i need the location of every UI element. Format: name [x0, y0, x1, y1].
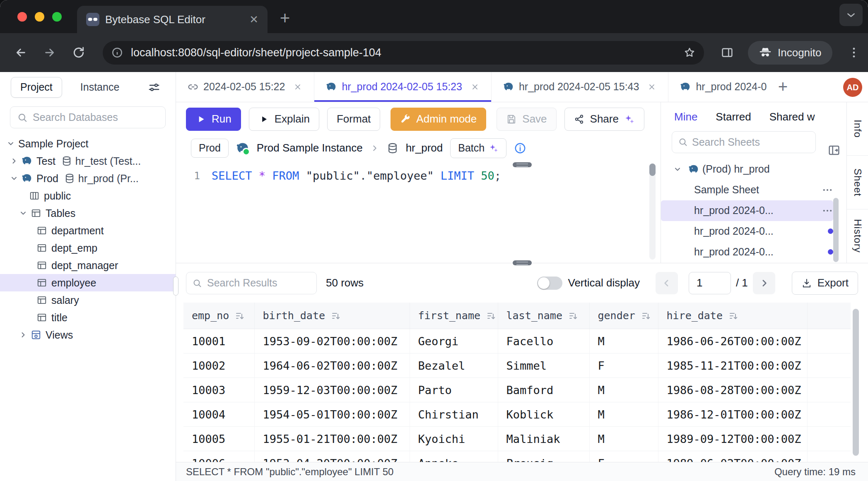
table-cell[interactable]: Simmel	[498, 354, 589, 378]
instance-name[interactable]: Prod Sample Instance	[257, 142, 363, 154]
chevron-down-icon[interactable]	[10, 174, 18, 183]
chevron-right-icon[interactable]	[10, 157, 18, 165]
table-cell[interactable]: 1955-01-21T00:00:00Z	[254, 427, 410, 451]
editor-tab[interactable]: hr_prod 2024-0	[668, 72, 770, 102]
table-cell[interactable]: 1954-05-01T00:00:00Z	[254, 402, 410, 427]
sidebar-resize-handle[interactable]	[173, 277, 178, 296]
new-tab-button[interactable]: +	[275, 9, 295, 27]
table-cell[interactable]: 10002	[183, 354, 254, 378]
table-cell[interactable]: F	[589, 451, 658, 462]
table-cell[interactable]: 1953-09-02T00:00:00Z	[254, 329, 410, 354]
browser-tab[interactable]: Bytebase SQL Editor ✕	[77, 6, 268, 33]
batch-button[interactable]: Batch	[450, 138, 506, 158]
column-header-last_name[interactable]: last_name	[498, 303, 589, 329]
table-cell[interactable]: Anneke	[410, 451, 498, 462]
browser-menu-button[interactable]	[843, 42, 865, 63]
editor-tab[interactable]: hr_prod 2024-02-05 15:23	[314, 72, 492, 102]
table-cell[interactable]: M	[589, 378, 658, 402]
database-search-input[interactable]	[33, 111, 159, 123]
table-cell[interactable]: 10003	[183, 378, 254, 402]
table-cell[interactable]: 1964-06-02T00:00:00Z	[254, 354, 410, 378]
table-cell[interactable]: Parto	[410, 378, 498, 402]
minimize-window-button[interactable]	[35, 12, 44, 22]
table-cell[interactable]: 10005	[183, 427, 254, 451]
table-cell[interactable]: 1985-11-21T00:00:00Z	[658, 354, 807, 378]
editor-resize-handle[interactable]	[513, 162, 532, 167]
sheet-item-menu-icon[interactable]	[822, 205, 833, 216]
address-bar[interactable]: localhost:8080/sql-editor/sheet/project-…	[103, 41, 704, 65]
side-panel-button[interactable]	[716, 42, 738, 63]
sheet-item-menu-icon[interactable]	[822, 184, 833, 196]
table-cell[interactable]: Georgi	[410, 329, 498, 354]
table-cell[interactable]: Bamford	[498, 378, 589, 402]
table-cell[interactable]: M	[589, 329, 658, 354]
tree-settings-button[interactable]	[143, 77, 165, 98]
table-cell[interactable]: Bezalel	[410, 354, 498, 378]
table-cell[interactable]: 10001	[183, 329, 254, 354]
tree-item-salary[interactable]: salary	[0, 291, 176, 309]
tree-item-test[interactable]: Testhr_test (Test...	[0, 152, 176, 170]
tree-item-dept-manager[interactable]: dept_manager	[0, 257, 176, 274]
table-cell[interactable]: 1986-12-01T00:00:00Z	[658, 402, 807, 427]
table-cell[interactable]: M	[589, 402, 658, 427]
close-tab-icon[interactable]	[470, 82, 480, 91]
column-header-hire_date[interactable]: hire_date	[658, 303, 807, 329]
sort-icon[interactable]	[486, 311, 496, 321]
table-cell[interactable]: 1989-09-12T00:00:00Z	[658, 427, 807, 451]
sql-code-line[interactable]: SELECT * FROM "public"."employee" LIMIT …	[212, 168, 501, 184]
admin-mode-button[interactable]: Admin mode	[391, 108, 486, 131]
table-cell[interactable]: 1986-08-28T00:00:00Z	[658, 378, 807, 402]
sort-icon[interactable]	[641, 311, 651, 321]
tree-item-public[interactable]: public	[0, 187, 176, 204]
close-tab-icon[interactable]	[293, 82, 302, 91]
results-scrollbar[interactable]	[853, 309, 859, 456]
sort-icon[interactable]	[728, 311, 738, 321]
table-cell[interactable]: Kyoichi	[410, 427, 498, 451]
table-cell[interactable]: 1986-06-26T00:00:00Z	[658, 329, 807, 354]
sort-icon[interactable]	[331, 311, 341, 321]
new-sheet-tab-button[interactable]: +	[770, 72, 795, 102]
sheet-tab-starred[interactable]: Starred	[716, 111, 751, 123]
chevron-right-icon[interactable]	[19, 331, 27, 339]
table-cell[interactable]: 10006	[183, 451, 254, 462]
tree-item-views[interactable]: Views	[0, 326, 176, 344]
column-header-first_name[interactable]: first_name	[410, 303, 498, 329]
close-window-button[interactable]	[17, 12, 27, 22]
tree-item-title[interactable]: title	[0, 309, 176, 326]
back-button[interactable]	[10, 42, 31, 63]
tree-item-prod[interactable]: Prodhr_prod (Pr...	[0, 170, 176, 187]
column-header-emp_no[interactable]: emp_no	[183, 303, 254, 329]
chevron-down-icon[interactable]	[19, 209, 27, 217]
table-cell[interactable]: Facello	[498, 329, 589, 354]
editor-tab[interactable]: hr_prod 2024-02-05 15:43	[492, 72, 669, 102]
database-name[interactable]: hr_prod	[406, 142, 443, 154]
sheet-tab-shared-w[interactable]: Shared w	[769, 111, 815, 123]
sheet-item[interactable]: hr_prod 2024-0...	[661, 200, 833, 221]
instance-toggle-label[interactable]: Instance	[80, 81, 120, 93]
chevron-down-icon[interactable]	[7, 139, 15, 148]
vertical-display-toggle[interactable]	[537, 277, 562, 290]
info-icon[interactable]	[514, 142, 526, 154]
share-button[interactable]: Share	[564, 108, 644, 131]
table-cell[interactable]: M	[589, 427, 658, 451]
table-cell[interactable]: 1953-04-20T00:00:00Z	[254, 451, 410, 462]
column-header-gender[interactable]: gender	[589, 303, 658, 329]
project-toggle-button[interactable]: Project	[11, 77, 62, 98]
reload-button[interactable]	[68, 42, 89, 63]
side-tab-history[interactable]: History	[847, 209, 868, 263]
table-cell[interactable]: Chirstian	[410, 402, 498, 427]
run-button[interactable]: Run	[186, 108, 241, 131]
sheet-group[interactable]: (Prod) hr_prod	[661, 159, 833, 180]
tree-item-sample-project[interactable]: Sample Project	[0, 135, 176, 152]
sql-editor[interactable]: 1 SELECT * FROM "public"."employee" LIMI…	[176, 168, 661, 184]
sheet-panel-scrollbar[interactable]	[833, 198, 839, 262]
environment-chip[interactable]: Prod	[191, 139, 229, 158]
results-search-input[interactable]	[207, 277, 311, 289]
explain-button[interactable]: Explain	[249, 108, 319, 131]
previous-page-button[interactable]	[656, 272, 678, 294]
tree-item-tables[interactable]: Tables	[0, 204, 176, 222]
editor-tab[interactable]: 2024-02-05 15:22	[176, 72, 314, 102]
table-cell[interactable]: Koblick	[498, 402, 589, 427]
table-cell[interactable]: 1959-12-03T00:00:00Z	[254, 378, 410, 402]
tree-item-department[interactable]: department	[0, 222, 176, 239]
